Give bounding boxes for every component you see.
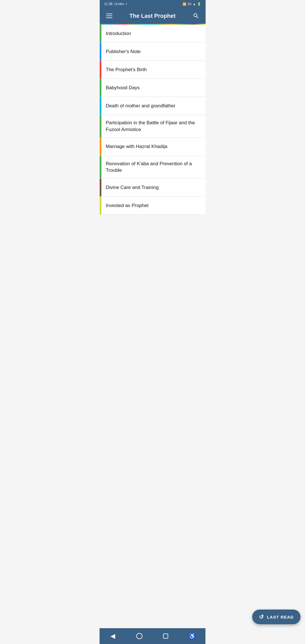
status-left: 11:36 19 KB/s •	[104, 2, 127, 6]
chapter-item[interactable]: Divine Care and Training	[100, 179, 206, 197]
chapter-title: Marriage with Hazrat Khadija	[101, 138, 206, 156]
chapter-title: The Prophet's Birth	[101, 61, 206, 79]
status-right: 📶 3G ▲ 🔋	[182, 2, 201, 6]
chapter-item[interactable]: Babyhood Days	[100, 79, 206, 97]
search-button[interactable]	[191, 11, 201, 21]
hamburger-icon	[106, 14, 112, 18]
dot-indicator: •	[126, 2, 127, 6]
chapter-title: Introduction	[101, 25, 206, 42]
battery-icon: 🔋	[197, 2, 201, 6]
chapter-item[interactable]: Death of mother and grandfather	[100, 97, 206, 115]
chapter-item[interactable]: The Prophet's Birth	[100, 61, 206, 79]
chapter-title: Invested as Prophet	[101, 197, 206, 214]
chapter-title: Babyhood Days	[101, 79, 206, 97]
chapter-title: Publisher's Note	[101, 43, 206, 60]
signal-icon: 📶	[182, 2, 186, 6]
chapter-item[interactable]: Renovation of K'aba and Prevention of a …	[100, 156, 206, 179]
time: 11:36	[104, 2, 113, 6]
page-title: The Last Prophet	[114, 13, 191, 19]
status-bar: 11:36 19 KB/s • 📶 3G ▲ 🔋	[100, 0, 206, 8]
chapter-title: Participation in the Battle of Fijaar an…	[101, 115, 206, 138]
chapter-item[interactable]: Introduction	[100, 25, 206, 43]
network-type: 3G	[188, 2, 192, 6]
chapter-item[interactable]: Marriage with Hazrat Khadija	[100, 138, 206, 156]
chapter-item[interactable]: Invested as Prophet	[100, 197, 206, 215]
menu-button[interactable]	[104, 11, 114, 21]
chapter-title: Divine Care and Training	[101, 179, 206, 196]
chapter-item[interactable]: Publisher's Note	[100, 43, 206, 61]
network-speed: 19 KB/s	[114, 3, 124, 6]
chapter-title: Death of mother and grandfather	[101, 97, 206, 115]
chapter-item[interactable]: Participation in the Battle of Fijaar an…	[100, 115, 206, 138]
signal-bars-icon: ▲	[193, 2, 196, 6]
chapter-list: IntroductionPublisher's NoteThe Prophet'…	[100, 25, 206, 215]
chapter-title: Renovation of K'aba and Prevention of a …	[101, 156, 206, 179]
search-icon	[193, 12, 199, 19]
header: The Last Prophet	[100, 8, 206, 24]
